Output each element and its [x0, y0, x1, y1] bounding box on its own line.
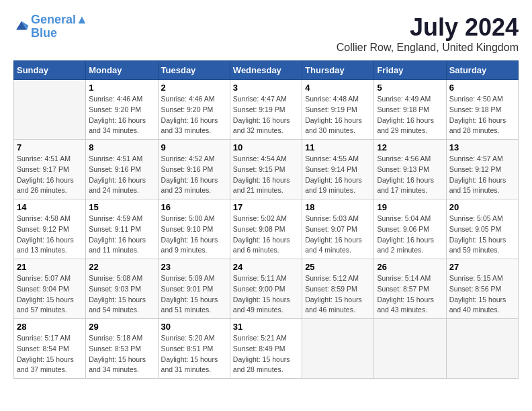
calendar-cell: 13Sunrise: 4:57 AM Sunset: 9:12 PM Dayli…: [446, 140, 518, 199]
calendar-cell: [446, 319, 518, 379]
day-number: 7: [17, 142, 83, 152]
day-details: Sunrise: 4:57 AM Sunset: 9:12 PM Dayligh…: [449, 154, 515, 196]
main-title: July 2024: [337, 13, 519, 42]
calendar-cell: [374, 319, 446, 379]
day-details: Sunrise: 5:12 AM Sunset: 8:59 PM Dayligh…: [305, 273, 371, 316]
day-details: Sunrise: 5:00 AM Sunset: 9:10 PM Dayligh…: [161, 214, 227, 256]
week-row-4: 21Sunrise: 5:07 AM Sunset: 9:04 PM Dayli…: [14, 259, 519, 319]
title-section: July 2024 Collier Row, England, United K…: [337, 13, 519, 54]
day-details: Sunrise: 4:58 AM Sunset: 9:12 PM Dayligh…: [17, 214, 83, 256]
calendar-cell: [302, 319, 374, 379]
day-details: Sunrise: 5:05 AM Sunset: 9:05 PM Dayligh…: [449, 214, 515, 256]
calendar-cell: 20Sunrise: 5:05 AM Sunset: 9:05 PM Dayli…: [446, 199, 518, 259]
day-details: Sunrise: 5:15 AM Sunset: 8:56 PM Dayligh…: [449, 273, 515, 316]
day-number: 20: [449, 202, 515, 212]
calendar-cell: 2Sunrise: 4:46 AM Sunset: 9:20 PM Daylig…: [158, 80, 230, 140]
day-details: Sunrise: 5:04 AM Sunset: 9:06 PM Dayligh…: [377, 214, 443, 256]
day-number: 24: [233, 262, 299, 272]
day-number: 29: [89, 322, 154, 332]
logo-line1: General: [31, 13, 76, 26]
day-of-week-sunday: Sunday: [14, 61, 86, 80]
day-number: 4: [305, 83, 371, 93]
calendar-cell: 26Sunrise: 5:14 AM Sunset: 8:57 PM Dayli…: [374, 259, 446, 319]
calendar-cell: 27Sunrise: 5:15 AM Sunset: 8:56 PM Dayli…: [446, 259, 518, 319]
day-number: 17: [233, 202, 299, 212]
day-number: 27: [449, 262, 515, 272]
week-row-2: 7Sunrise: 4:51 AM Sunset: 9:17 PM Daylig…: [14, 140, 519, 199]
day-number: 18: [305, 202, 371, 212]
week-row-1: 1Sunrise: 4:46 AM Sunset: 9:20 PM Daylig…: [14, 80, 519, 140]
logo-text: General▲ Blue: [31, 13, 88, 40]
day-details: Sunrise: 4:55 AM Sunset: 9:14 PM Dayligh…: [305, 154, 371, 196]
day-number: 25: [305, 262, 371, 272]
day-details: Sunrise: 4:56 AM Sunset: 9:13 PM Dayligh…: [377, 154, 443, 196]
day-number: 19: [377, 202, 443, 212]
calendar-cell: 29Sunrise: 5:18 AM Sunset: 8:53 PM Dayli…: [86, 319, 158, 379]
calendar-cell: 8Sunrise: 4:51 AM Sunset: 9:16 PM Daylig…: [86, 140, 158, 199]
calendar-cell: 21Sunrise: 5:07 AM Sunset: 9:04 PM Dayli…: [14, 259, 86, 319]
day-number: 15: [89, 202, 154, 212]
day-number: 10: [233, 142, 299, 152]
day-details: Sunrise: 5:07 AM Sunset: 9:04 PM Dayligh…: [17, 273, 83, 316]
day-number: 1: [89, 83, 154, 93]
day-number: 16: [161, 202, 227, 212]
day-of-week-monday: Monday: [86, 61, 158, 80]
day-number: 8: [89, 142, 154, 152]
day-details: Sunrise: 4:46 AM Sunset: 9:20 PM Dayligh…: [161, 94, 227, 136]
day-number: 2: [161, 83, 227, 93]
day-details: Sunrise: 5:18 AM Sunset: 8:53 PM Dayligh…: [89, 333, 154, 375]
day-number: 12: [377, 142, 443, 152]
calendar-cell: 5Sunrise: 4:49 AM Sunset: 9:18 PM Daylig…: [374, 80, 446, 140]
header: General▲ Blue July 2024 Collier Row, Eng…: [13, 13, 519, 54]
day-details: Sunrise: 4:48 AM Sunset: 9:19 PM Dayligh…: [305, 94, 371, 136]
calendar-cell: 19Sunrise: 5:04 AM Sunset: 9:06 PM Dayli…: [374, 199, 446, 259]
day-number: 3: [233, 83, 299, 93]
calendar-cell: 14Sunrise: 4:58 AM Sunset: 9:12 PM Dayli…: [14, 199, 86, 259]
subtitle: Collier Row, England, United Kingdom: [337, 42, 519, 54]
day-of-week-tuesday: Tuesday: [158, 61, 230, 80]
calendar-cell: 31Sunrise: 5:21 AM Sunset: 8:49 PM Dayli…: [230, 319, 302, 379]
calendar-cell: 11Sunrise: 4:55 AM Sunset: 9:14 PM Dayli…: [302, 140, 374, 199]
day-details: Sunrise: 4:51 AM Sunset: 9:16 PM Dayligh…: [89, 154, 154, 196]
day-details: Sunrise: 4:50 AM Sunset: 9:18 PM Dayligh…: [449, 94, 515, 136]
week-row-3: 14Sunrise: 4:58 AM Sunset: 9:12 PM Dayli…: [14, 199, 519, 259]
day-of-week-thursday: Thursday: [302, 61, 374, 80]
day-number: 9: [161, 142, 227, 152]
day-number: 23: [161, 262, 227, 272]
calendar-cell: 4Sunrise: 4:48 AM Sunset: 9:19 PM Daylig…: [302, 80, 374, 140]
calendar-cell: 24Sunrise: 5:11 AM Sunset: 9:00 PM Dayli…: [230, 259, 302, 319]
day-details: Sunrise: 5:21 AM Sunset: 8:49 PM Dayligh…: [233, 333, 299, 375]
calendar-cell: 22Sunrise: 5:08 AM Sunset: 9:03 PM Dayli…: [86, 259, 158, 319]
logo-icon: [13, 19, 30, 32]
calendar-cell: 30Sunrise: 5:20 AM Sunset: 8:51 PM Dayli…: [158, 319, 230, 379]
day-details: Sunrise: 4:54 AM Sunset: 9:15 PM Dayligh…: [233, 154, 299, 196]
day-number: 26: [377, 262, 443, 272]
day-of-week-friday: Friday: [374, 61, 446, 80]
calendar-cell: 7Sunrise: 4:51 AM Sunset: 9:17 PM Daylig…: [14, 140, 86, 199]
calendar-cell: [14, 80, 86, 140]
day-details: Sunrise: 4:59 AM Sunset: 9:11 PM Dayligh…: [89, 214, 154, 256]
day-of-week-saturday: Saturday: [446, 61, 518, 80]
calendar-cell: 25Sunrise: 5:12 AM Sunset: 8:59 PM Dayli…: [302, 259, 374, 319]
day-of-week-wednesday: Wednesday: [230, 61, 302, 80]
calendar-table: SundayMondayTuesdayWednesdayThursdayFrid…: [13, 60, 519, 379]
day-details: Sunrise: 5:17 AM Sunset: 8:54 PM Dayligh…: [17, 333, 83, 375]
day-details: Sunrise: 5:09 AM Sunset: 9:01 PM Dayligh…: [161, 273, 227, 316]
week-row-5: 28Sunrise: 5:17 AM Sunset: 8:54 PM Dayli…: [14, 319, 519, 379]
calendar-header-row: SundayMondayTuesdayWednesdayThursdayFrid…: [14, 61, 519, 80]
calendar-cell: 12Sunrise: 4:56 AM Sunset: 9:13 PM Dayli…: [374, 140, 446, 199]
day-details: Sunrise: 5:08 AM Sunset: 9:03 PM Dayligh…: [89, 273, 154, 316]
day-details: Sunrise: 4:47 AM Sunset: 9:19 PM Dayligh…: [233, 94, 299, 136]
day-number: 13: [449, 142, 515, 152]
calendar-cell: 18Sunrise: 5:03 AM Sunset: 9:07 PM Dayli…: [302, 199, 374, 259]
day-details: Sunrise: 4:49 AM Sunset: 9:18 PM Dayligh…: [377, 94, 443, 136]
calendar-cell: 28Sunrise: 5:17 AM Sunset: 8:54 PM Dayli…: [14, 319, 86, 379]
day-number: 28: [17, 322, 83, 332]
day-details: Sunrise: 5:02 AM Sunset: 9:08 PM Dayligh…: [233, 214, 299, 256]
calendar-cell: 9Sunrise: 4:52 AM Sunset: 9:16 PM Daylig…: [158, 140, 230, 199]
day-number: 30: [161, 322, 227, 332]
day-number: 22: [89, 262, 154, 272]
day-details: Sunrise: 4:46 AM Sunset: 9:20 PM Dayligh…: [89, 94, 154, 136]
calendar-cell: 15Sunrise: 4:59 AM Sunset: 9:11 PM Dayli…: [86, 199, 158, 259]
day-details: Sunrise: 5:03 AM Sunset: 9:07 PM Dayligh…: [305, 214, 371, 256]
